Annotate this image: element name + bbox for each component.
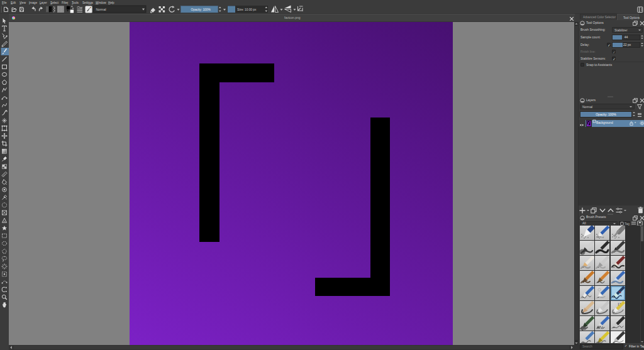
svg-text:Normal: Normal <box>96 8 106 11</box>
svg-text:Opacity: 100%: Opacity: 100% <box>191 8 211 11</box>
svg-text:Size: 10.00 px: Size: 10.00 px <box>237 8 257 11</box>
